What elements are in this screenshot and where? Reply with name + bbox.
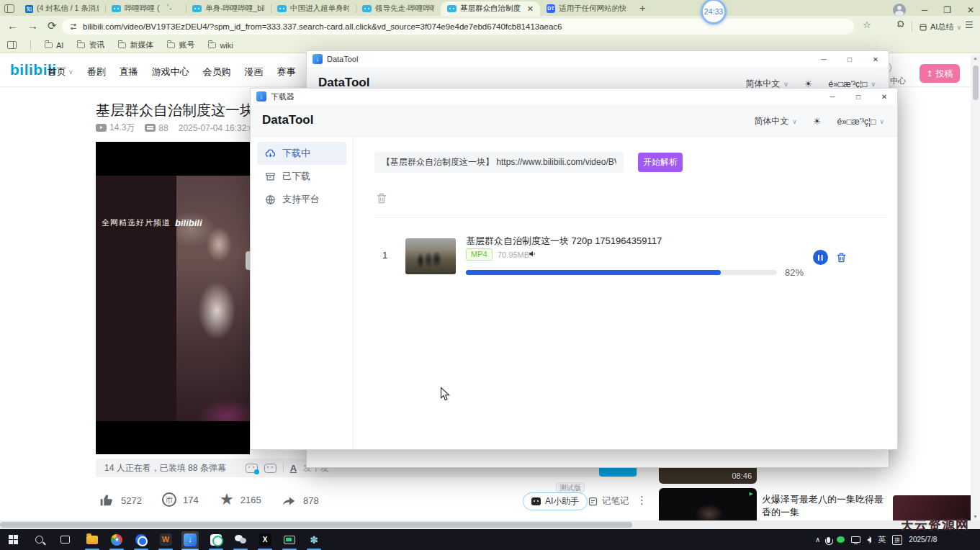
url-input[interactable] — [83, 22, 847, 31]
tab-current-video[interactable]: 基层群众自治制度 ✕ — [441, 1, 540, 16]
tab-zhihu[interactable]: 知 (4 封私信 / 1 条消息) — [19, 1, 105, 16]
horizontal-scrollbar[interactable] — [0, 520, 980, 529]
restore-icon[interactable]: ❐ — [943, 5, 951, 15]
reload-icon[interactable]: ⟳ — [48, 19, 57, 32]
meeting-app-icon[interactable] — [207, 531, 225, 548]
creator-center-label[interactable]: 中心 — [890, 76, 906, 86]
like-button[interactable]: 5272 — [99, 492, 142, 508]
maximize-icon[interactable]: □ — [845, 89, 871, 104]
danmaku-font-button[interactable]: A — [290, 463, 297, 474]
ai-summary-button[interactable]: AI总结 ∨ — [919, 22, 961, 32]
tray-chevron-icon[interactable]: ∧ — [815, 536, 820, 544]
tab-extension[interactable]: DT 适用于任何网站的快速 — [540, 1, 632, 16]
video-duration: 08:46 — [732, 472, 752, 480]
more-options-icon[interactable]: ⋮ — [637, 494, 647, 507]
delete-item-trash-icon[interactable] — [835, 251, 848, 267]
back-icon[interactable]: ← — [7, 19, 18, 32]
capcut-icon[interactable]: X — [256, 531, 274, 548]
maximize-icon[interactable]: □ — [837, 51, 863, 67]
ime-language[interactable]: 英 — [878, 534, 886, 545]
start-button[interactable] — [4, 531, 22, 548]
upload-button[interactable]: ↥ 投稿 — [920, 64, 960, 83]
screen-share-icon[interactable] — [281, 531, 298, 548]
close-icon[interactable]: ✕ — [863, 51, 889, 67]
downloader-app-icon[interactable]: ↓ — [181, 531, 199, 548]
coin-button[interactable]: 币 174 — [162, 492, 199, 507]
parse-button[interactable]: 开始解析 — [638, 153, 683, 172]
close-icon[interactable]: ✕ — [871, 89, 897, 104]
minimize-icon[interactable]: ─ — [819, 89, 845, 104]
scroll-down-icon[interactable]: ▼ — [972, 514, 979, 519]
task-view-icon[interactable] — [56, 531, 73, 548]
take-notes-button[interactable]: 记笔记 — [588, 495, 629, 508]
tab-close-icon[interactable]: ✕ — [526, 4, 534, 14]
wps-icon[interactable]: W — [157, 531, 174, 548]
theme-sun-icon[interactable]: ☀ — [813, 116, 822, 127]
favorite-button[interactable]: ★ 2165 — [220, 492, 261, 507]
recommended-video-title[interactable]: 火爆泽哥最老八的一集吃得最 香的一集 — [762, 493, 899, 519]
clear-list-trash-icon[interactable] — [375, 191, 388, 208]
downloader-titlebar[interactable]: ↓ 下载器 ─ □ ✕ — [251, 89, 897, 104]
bookmark-folder-wiki[interactable]: wiki — [208, 41, 233, 50]
chrome-icon[interactable] — [108, 531, 125, 548]
tray-date[interactable]: 2025/7/8 — [909, 536, 937, 544]
tab-danshen[interactable]: 单身-哔哩哔哩_bilibili — [186, 1, 271, 16]
hscrollbar-thumb[interactable] — [0, 522, 632, 528]
datatool-titlebar[interactable]: ↓ DataTool ─ □ ✕ — [307, 51, 889, 67]
running-indicator — [158, 549, 173, 550]
wechat-icon[interactable] — [232, 531, 249, 548]
chevron-down-icon: ∨ — [783, 81, 788, 88]
site-settings-icon[interactable] — [69, 22, 78, 31]
bookmark-star-icon[interactable]: ☆ — [863, 19, 871, 30]
bookmark-folder-ai[interactable]: AI — [45, 41, 63, 50]
vertical-scrollbar[interactable]: ▲ ▼ — [971, 54, 980, 520]
tab-lingdao[interactable]: 领导先走-哔哩哔哩_b — [356, 1, 441, 16]
danmaku-toggle-icon[interactable] — [246, 464, 258, 473]
bookmark-folder-account[interactable]: 账号 — [167, 40, 194, 50]
microphone-icon[interactable] — [827, 537, 830, 543]
taskbar-search-icon[interactable] — [30, 531, 48, 548]
sidebar-item-downloading[interactable]: 下载中 — [257, 142, 346, 165]
sidebar-item-downloaded[interactable]: 已下载 — [257, 165, 346, 188]
pause-button[interactable] — [813, 250, 828, 265]
danmaku-settings-icon[interactable] — [264, 464, 277, 473]
tab-china-single[interactable]: 中国进入超单身时代_ — [271, 1, 356, 16]
language-select[interactable]: 简体中文∨ — [754, 115, 797, 127]
nav-bangumi[interactable]: 番剧 — [87, 66, 106, 78]
video-url-input[interactable] — [374, 152, 624, 173]
tab-search-icon[interactable] — [4, 4, 14, 13]
nav-vip-shop[interactable]: 会员购 — [203, 66, 231, 78]
side-panel-icon[interactable] — [7, 41, 17, 49]
mode-select[interactable]: é»□æ'³ç¦□∨ — [837, 117, 884, 127]
share-button[interactable]: 878 — [281, 492, 319, 508]
profile-avatar[interactable] — [893, 4, 906, 17]
minimize-icon[interactable]: ─ — [922, 5, 928, 15]
nav-live[interactable]: 直播 — [120, 66, 138, 78]
bookmark-folder-media[interactable]: 新媒体 — [118, 40, 153, 50]
volume-icon[interactable] — [867, 537, 871, 543]
extensions-icon[interactable] — [896, 19, 905, 32]
flower-app-icon[interactable]: ✽ — [305, 531, 323, 548]
browser-icon[interactable] — [132, 531, 150, 548]
new-tab-button[interactable]: + — [639, 1, 646, 14]
close-icon[interactable]: ✕ — [967, 5, 974, 15]
nav-game-center[interactable]: 游戏中心 — [152, 66, 189, 78]
nav-esports[interactable]: 赛事 — [277, 66, 296, 78]
minimize-icon[interactable]: ─ — [811, 51, 837, 67]
nav-home[interactable]: 首页∨ — [48, 66, 73, 78]
address-bar[interactable] — [62, 19, 854, 35]
tab-bilibili-home[interactable]: 哔哩哔哩 ( ゜- ゜)つロ — [105, 1, 186, 16]
display-icon[interactable] — [851, 536, 860, 543]
wechat-tray-icon[interactable] — [837, 536, 845, 543]
scroll-up-icon[interactable]: ▲ — [972, 55, 979, 60]
video-player[interactable]: 全网精选好片频道 bilibili — [96, 142, 250, 454]
sidebar-item-platforms[interactable]: 支持平台 — [257, 188, 346, 211]
menu-icon[interactable]: ☰ — [965, 19, 974, 30]
file-explorer-icon[interactable] — [84, 531, 101, 548]
bookmark-folder-news[interactable]: 资讯 — [77, 40, 104, 50]
ime-icon[interactable]: 拼 — [892, 535, 902, 545]
forward-icon[interactable]: → — [27, 19, 38, 32]
scrollbar-thumb[interactable] — [973, 66, 979, 100]
nav-manga[interactable]: 漫画 — [245, 66, 264, 78]
ai-assistant-button[interactable]: AI小助手 — [523, 492, 588, 510]
